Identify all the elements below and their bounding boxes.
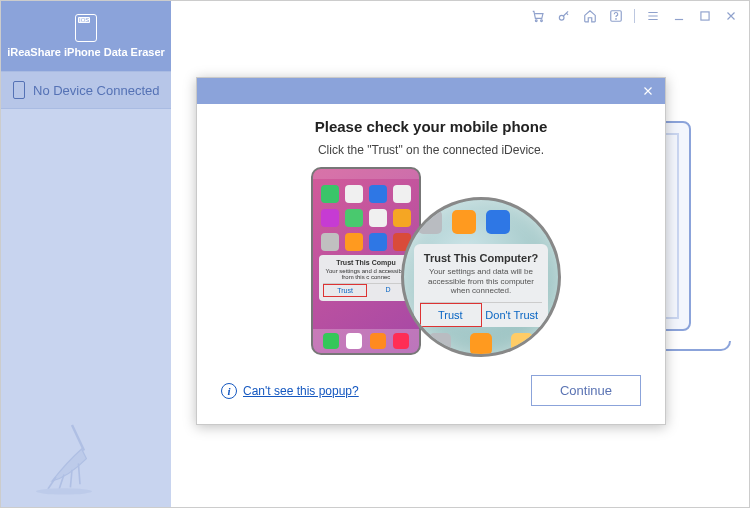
app-icon <box>369 233 387 251</box>
cart-icon[interactable] <box>530 8 546 24</box>
iphone-alert-small: Trust This Compu Your settings and d acc… <box>319 255 413 301</box>
trust-illustration: Trust This Compu Your settings and d acc… <box>281 167 581 357</box>
titlebar-separator <box>634 9 635 23</box>
key-icon[interactable] <box>556 8 572 24</box>
modal-close-button[interactable] <box>639 82 657 100</box>
svg-rect-5 <box>701 12 709 20</box>
brand-box: iReaShare iPhone Data Eraser <box>1 1 171 71</box>
dont-trust-button: Don't Trust <box>482 303 543 327</box>
app-icon <box>511 333 533 355</box>
sidebar: iReaShare iPhone Data Eraser No Device C… <box>1 1 171 507</box>
svg-point-4 <box>616 19 617 20</box>
app-icon <box>418 210 442 234</box>
broom-illustration-icon <box>19 417 109 497</box>
app-icon <box>393 209 411 227</box>
info-link-group: i Can't see this popup? <box>221 383 359 399</box>
brand-logo-icon <box>75 14 97 42</box>
menu-icon[interactable] <box>645 8 661 24</box>
svg-point-6 <box>36 488 92 494</box>
alert-text: Your settings and data will be accessibl… <box>420 267 542 296</box>
minimize-icon[interactable] <box>671 8 687 24</box>
magnifier: Trust This Computer? Your settings and d… <box>401 197 561 357</box>
phone-icon <box>13 81 25 99</box>
brand-text: iReaShare iPhone Data Eraser <box>7 46 165 58</box>
device-status: No Device Connected <box>1 71 171 109</box>
app-icon <box>346 333 362 349</box>
help-icon[interactable] <box>608 8 624 24</box>
app-icon <box>429 333 451 355</box>
info-icon: i <box>221 383 237 399</box>
svg-point-2 <box>559 15 564 20</box>
app-icon <box>321 209 339 227</box>
trust-button: Trust <box>420 303 482 327</box>
app-icon <box>321 233 339 251</box>
svg-point-1 <box>541 20 543 22</box>
maximize-icon[interactable] <box>697 8 713 24</box>
app-icon <box>393 185 411 203</box>
app-icon <box>323 333 339 349</box>
app-icon <box>486 210 510 234</box>
app-icon <box>452 210 476 234</box>
continue-button[interactable]: Continue <box>531 375 641 406</box>
iphone-alert-big: Trust This Computer? Your settings and d… <box>414 244 548 327</box>
app-icon <box>345 185 363 203</box>
app-icon <box>369 209 387 227</box>
app-icon <box>370 333 386 349</box>
svg-point-0 <box>535 20 537 22</box>
app-icon <box>393 333 409 349</box>
home-icon[interactable] <box>582 8 598 24</box>
app-icon <box>321 185 339 203</box>
modal-footer: i Can't see this popup? Continue <box>197 375 665 406</box>
cant-see-popup-link[interactable]: Can't see this popup? <box>243 384 359 398</box>
device-status-label: No Device Connected <box>33 83 159 98</box>
modal-subtitle: Click the "Trust" on the connected iDevi… <box>221 143 641 157</box>
modal-title: Please check your mobile phone <box>221 118 641 135</box>
app-icon <box>470 333 492 355</box>
app-icon <box>345 209 363 227</box>
modal-header <box>197 78 665 104</box>
alert-title: Trust This Computer? <box>420 252 542 264</box>
app-icon <box>369 185 387 203</box>
trust-modal: Please check your mobile phone Click the… <box>196 77 666 425</box>
close-window-icon[interactable] <box>723 8 739 24</box>
app-icon <box>345 233 363 251</box>
modal-body: Please check your mobile phone Click the… <box>197 104 665 357</box>
